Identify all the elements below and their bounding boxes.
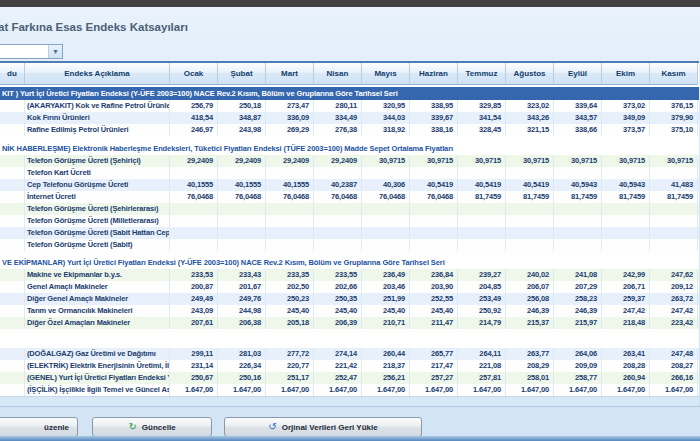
grid-cell[interactable]: 247,62 — [650, 269, 698, 281]
grid-cell[interactable]: 257,27 — [410, 372, 458, 384]
grid-cell[interactable]: 221,08 — [458, 360, 506, 372]
grid-cell[interactable]: 233,43 — [218, 269, 266, 281]
grid-cell[interactable]: 1.647,00 — [506, 384, 554, 396]
grid-cell[interactable]: 260,44 — [362, 348, 410, 360]
grid-cell[interactable]: 221,42 — [314, 360, 362, 372]
row-desc-cell[interactable]: Telefon Görüşme Ücreti (Şehiriçi) — [25, 155, 170, 167]
grid-cell[interactable]: 29,2409 — [218, 155, 266, 167]
edit-button[interactable]: üzenle — [0, 417, 78, 437]
grid-cell[interactable]: 259,37 — [602, 293, 650, 305]
grid-cell[interactable]: 256,79 — [170, 100, 218, 112]
column-header-desc[interactable]: Endeks Açıklama — [25, 63, 170, 85]
grid-cell[interactable] — [506, 227, 554, 239]
grid-cell[interactable]: 339,64 — [554, 100, 602, 112]
grid-cell[interactable]: 204,85 — [458, 281, 506, 293]
grid-cell[interactable]: 260,94 — [602, 372, 650, 384]
grid-cell[interactable] — [650, 215, 698, 227]
row-desc-cell[interactable]: Makine ve Ekipmanlar b.y.s. — [25, 269, 170, 281]
grid-cell[interactable]: 81,7459 — [650, 191, 698, 203]
grid-cell[interactable]: 207,61 — [170, 317, 218, 329]
table-row[interactable]: Cep Telefonu Görüşme Ücreti40,155540,155… — [0, 179, 699, 191]
row-desc-cell[interactable]: Kok Fırını Ürünleri — [25, 112, 170, 124]
grid-cell[interactable]: 203,90 — [410, 281, 458, 293]
grid-cell[interactable] — [218, 203, 266, 215]
grid-cell[interactable]: 202,50 — [266, 281, 314, 293]
kodu-cell[interactable] — [0, 155, 25, 167]
grid-cell[interactable]: 251,17 — [266, 372, 314, 384]
grid-cell[interactable]: 338,66 — [554, 124, 602, 136]
column-header-month[interactable]: Eylül — [554, 63, 602, 85]
grid-cell[interactable]: 252,55 — [410, 293, 458, 305]
grid-cell[interactable]: 250,92 — [458, 305, 506, 317]
grid-cell[interactable]: 40,306 — [362, 179, 410, 191]
grid-cell[interactable]: 276,38 — [314, 124, 362, 136]
column-header-month[interactable]: Ekim — [602, 63, 650, 85]
grid-cell[interactable]: 338,16 — [410, 124, 458, 136]
grid-cell[interactable]: 40,2387 — [314, 179, 362, 191]
grid-cell[interactable] — [410, 239, 458, 251]
kodu-cell[interactable] — [0, 348, 25, 360]
grid-cell[interactable]: 246,39 — [506, 305, 554, 317]
grid-cell[interactable]: 209,12 — [650, 281, 698, 293]
table-row[interactable]: Kok Fırını Ürünleri418,54348,87336,09334… — [0, 112, 699, 124]
column-header-month[interactable]: Nisan — [314, 63, 362, 85]
kodu-cell[interactable] — [0, 305, 25, 317]
grid-cell[interactable]: 40,1555 — [266, 179, 314, 191]
grid-cell[interactable]: 1.647,00 — [554, 384, 602, 396]
group-header-row[interactable]: VE EKİPMANLAR) Yurt İçi Üretici Fiyatlar… — [0, 256, 699, 269]
grid-cell[interactable]: 206,07 — [506, 281, 554, 293]
column-header-month[interactable]: Haziran — [410, 63, 458, 85]
grid-cell[interactable]: 249,49 — [170, 293, 218, 305]
grid-cell[interactable]: 30,9715 — [410, 155, 458, 167]
grid-cell[interactable]: 418,54 — [170, 112, 218, 124]
column-header-month[interactable]: Şubat — [218, 63, 266, 85]
grid-cell[interactable]: 223,42 — [650, 317, 698, 329]
grid-cell[interactable]: 81,7459 — [458, 191, 506, 203]
grid-cell[interactable] — [650, 167, 698, 179]
grid-cell[interactable] — [554, 239, 602, 251]
row-desc-cell[interactable]: Diğer Genel Amaçlı Makineler — [25, 293, 170, 305]
grid-cell[interactable]: 343,57 — [554, 112, 602, 124]
grid-cell[interactable]: 76,0468 — [314, 191, 362, 203]
grid-cell[interactable]: 277,72 — [266, 348, 314, 360]
kodu-cell[interactable] — [0, 384, 25, 396]
grid-cell[interactable]: 250,16 — [218, 372, 266, 384]
kodu-cell[interactable] — [0, 269, 25, 281]
grid-cell[interactable]: 29,2409 — [266, 155, 314, 167]
restore-button[interactable]: ↺ Orjinal Verileri Geri Yükle — [224, 417, 422, 437]
grid-cell[interactable] — [266, 227, 314, 239]
row-desc-cell[interactable]: İnternet Ücreti — [25, 191, 170, 203]
grid-cell[interactable]: 201,67 — [218, 281, 266, 293]
grid-cell[interactable]: 236,84 — [410, 269, 458, 281]
grid-cell[interactable]: 376,15 — [650, 100, 698, 112]
grid-cell[interactable] — [362, 215, 410, 227]
grid-cell[interactable] — [410, 167, 458, 179]
kodu-cell[interactable] — [0, 281, 25, 293]
grid-cell[interactable] — [650, 227, 698, 239]
grid-cell[interactable]: 203,46 — [362, 281, 410, 293]
grid-cell[interactable] — [170, 203, 218, 215]
grid-cell[interactable]: 257,81 — [458, 372, 506, 384]
row-desc-cell[interactable]: (ELEKTRİK) Elektrik Enerjisinin Üretimi,… — [25, 360, 170, 372]
grid-cell[interactable]: 81,7459 — [602, 191, 650, 203]
grid-cell[interactable]: 233,35 — [266, 269, 314, 281]
grid-cell[interactable] — [410, 227, 458, 239]
grid-cell[interactable]: 40,5419 — [410, 179, 458, 191]
grid-cell[interactable]: 264,06 — [554, 348, 602, 360]
row-desc-cell[interactable]: Telefon Görüşme Ücreti (Sabit) — [25, 239, 170, 251]
grid-cell[interactable]: 40,5419 — [506, 179, 554, 191]
table-row[interactable]: Tarım ve Ormancılık Makineleri243,09244,… — [0, 305, 699, 317]
row-desc-cell[interactable]: (AKARYAKIT) Kok ve Rafine Petrol Ürünler… — [25, 100, 170, 112]
grid-cell[interactable]: 240,02 — [506, 269, 554, 281]
grid-cell[interactable] — [506, 167, 554, 179]
grid-cell[interactable]: 245,40 — [314, 305, 362, 317]
row-desc-cell[interactable]: Telefon Görüşme Ücreti (Şehirlerarası) — [25, 203, 170, 215]
grid-cell[interactable]: 206,71 — [602, 281, 650, 293]
grid-cell[interactable] — [362, 167, 410, 179]
grid-cell[interactable]: 247,42 — [650, 305, 698, 317]
grid-cell[interactable] — [314, 167, 362, 179]
grid-cell[interactable]: 244,98 — [218, 305, 266, 317]
group-header-row[interactable]: KIT ) Yurt İçi Üretici Fiyatları Endeksi… — [0, 87, 699, 100]
row-desc-cell[interactable]: (GENEL) Yurt İçi Üretici Fiyatları Endek… — [25, 372, 170, 384]
table-row[interactable]: Diğer Özel Amaçları Makineler207,61206,3… — [0, 317, 699, 329]
